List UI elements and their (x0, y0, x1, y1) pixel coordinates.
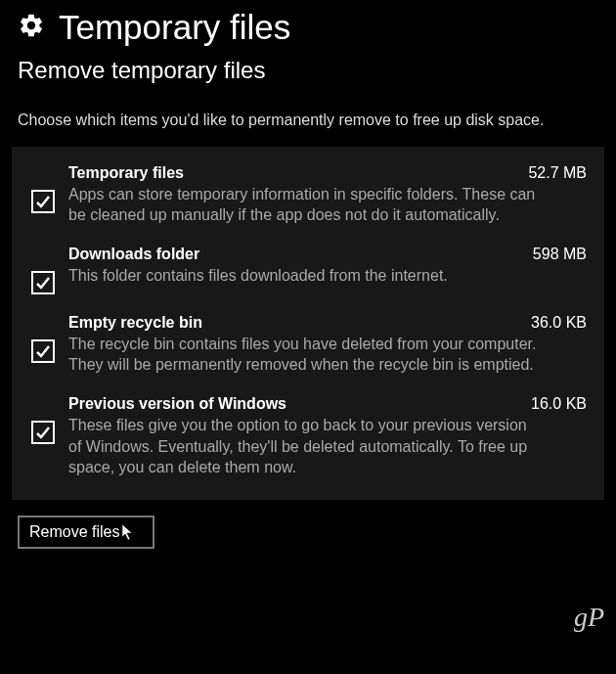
item-description: These files give you the option to go ba… (68, 413, 538, 478)
item-title: Downloads folder (68, 246, 199, 263)
items-panel: Temporary files 52.7 MB Apps can store t… (12, 147, 604, 500)
checkbox-temporary-files[interactable] (31, 190, 55, 213)
checkbox-downloads-folder[interactable] (31, 271, 55, 294)
list-item: Temporary files 52.7 MB Apps can store t… (12, 157, 604, 238)
remove-files-label: Remove files (29, 523, 119, 541)
item-title: Empty recycle bin (68, 314, 202, 332)
page-title: Temporary files (59, 8, 290, 47)
item-size: 598 MB (533, 246, 591, 263)
list-item: Previous version of Windows 16.0 KB Thes… (12, 387, 604, 490)
item-size: 36.0 KB (531, 314, 591, 332)
gear-icon (18, 12, 45, 43)
item-title: Temporary files (68, 164, 184, 182)
item-size: 52.7 MB (528, 164, 591, 182)
remove-files-button[interactable]: Remove files (18, 516, 154, 549)
page-subtitle: Remove temporary files (0, 47, 616, 84)
item-description: The recycle bin contains files you have … (68, 332, 538, 376)
item-size: 16.0 KB (531, 395, 591, 413)
item-description: Apps can store temporary information in … (68, 182, 538, 226)
list-item: Downloads folder 598 MB This folder cont… (12, 238, 604, 306)
list-item: Empty recycle bin 36.0 KB The recycle bi… (12, 306, 604, 387)
page-header: Temporary files (0, 0, 616, 47)
watermark: gP (574, 602, 604, 633)
checkbox-previous-windows[interactable] (31, 421, 55, 444)
checkbox-recycle-bin[interactable] (31, 339, 55, 363)
cursor-icon (121, 523, 135, 541)
item-title: Previous version of Windows (68, 395, 286, 413)
page-description: Choose which items you'd like to permane… (0, 84, 616, 131)
item-description: This folder contains files downloaded fr… (68, 263, 538, 287)
